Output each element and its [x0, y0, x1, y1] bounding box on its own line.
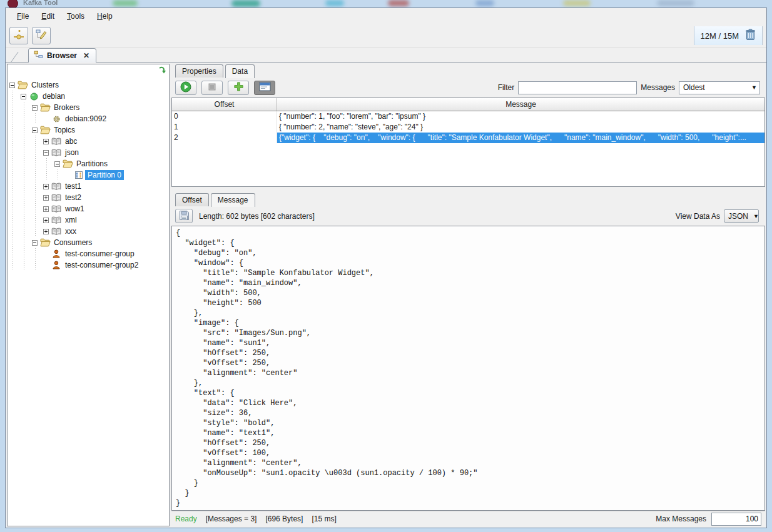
menu-tools[interactable]: Tools: [61, 9, 91, 23]
topic-icon: [50, 181, 63, 192]
panel-splitter[interactable]: [171, 187, 765, 193]
tree-item-test-consumer-group[interactable]: test-consumer-group: [8, 248, 169, 259]
collapse-node-icon[interactable]: [19, 91, 28, 102]
table-row-offset-2[interactable]: 2{"widget": { "debug": "on", "window": {…: [172, 133, 764, 143]
tree-guide-line: [19, 113, 30, 124]
tree-item-xxx[interactable]: xxx: [8, 226, 169, 237]
tree-guide-line: [41, 169, 53, 181]
toggle-detail-panel-button[interactable]: [254, 81, 275, 95]
tree-item-wow1[interactable]: wow1: [8, 203, 169, 214]
tree-guide-line: [30, 259, 41, 271]
menu-file[interactable]: File: [11, 9, 35, 23]
max-messages-group: Max Messages: [656, 513, 761, 526]
collapse-node-icon[interactable]: [53, 158, 61, 169]
close-tab-icon[interactable]: ✕: [83, 51, 89, 60]
folder-icon: [39, 124, 51, 136]
folder-icon: [39, 237, 51, 248]
tree-item-json[interactable]: json: [8, 147, 169, 158]
tree-guide-line: [19, 248, 30, 259]
menu-help[interactable]: Help: [91, 9, 119, 23]
tree-item-partitions[interactable]: Partitions: [8, 158, 169, 169]
max-messages-input[interactable]: [711, 513, 761, 526]
status-ready: Ready: [175, 514, 197, 523]
collapse-all-icon[interactable]: [158, 66, 166, 77]
tree-guide-line: [30, 158, 41, 169]
tab-offset[interactable]: Offset: [175, 193, 209, 206]
tree-guide-line: [8, 113, 19, 124]
tab-browser[interactable]: Browser ✕: [28, 48, 96, 63]
main-toolbar: 12M / 15M: [6, 24, 766, 48]
tree-guide-line: [8, 259, 19, 271]
expand-node-icon[interactable]: [41, 226, 50, 237]
tree-guide-line: [19, 124, 30, 136]
save-message-button[interactable]: [175, 209, 193, 223]
expand-node-icon[interactable]: [41, 181, 50, 192]
tree-item-consumers[interactable]: Consumers: [8, 237, 169, 248]
add-connection-button[interactable]: [9, 27, 28, 44]
tree-item-label: Topics: [51, 125, 78, 135]
edit-tree-button[interactable]: [32, 27, 51, 44]
tree-guide-line: [19, 226, 30, 237]
view-data-as-dropdown[interactable]: JSON ▼: [724, 209, 759, 223]
tree-guide-line: [30, 203, 41, 214]
tree-edit-icon: [35, 29, 48, 43]
garbage-collect-button[interactable]: [745, 29, 756, 43]
tree-item-test-consumer-group2[interactable]: test-consumer-group2: [8, 259, 169, 271]
collapse-node-icon[interactable]: [41, 147, 50, 158]
collapse-node-icon[interactable]: [30, 124, 39, 136]
tree-item-partition-0[interactable]: Partition 0: [8, 169, 169, 181]
collapse-node-icon[interactable]: [30, 237, 39, 248]
folder-icon: [16, 79, 29, 91]
expand-node-icon[interactable]: [41, 192, 50, 203]
stop-button[interactable]: [201, 81, 223, 95]
app-window: FileEditToolsHelp 12M / 15M Browser ✕: [5, 8, 767, 528]
status-message-count: [Messages = 3]: [206, 514, 257, 523]
tree-item-test1[interactable]: test1: [8, 181, 169, 192]
table-row-offset-1[interactable]: 1{ "number": 2, "name": "steve", "age": …: [172, 122, 764, 133]
cell-message: { "number": 2, "name": "steve", "age": "…: [277, 122, 764, 133]
tree-item-xml[interactable]: xml: [8, 214, 169, 226]
folder-icon: [61, 158, 74, 169]
collapse-node-icon[interactable]: [30, 102, 39, 113]
cell-offset: 0: [172, 111, 277, 122]
tree-guide-line: [8, 102, 19, 113]
play-icon: [180, 81, 191, 94]
tree-guide-line: [19, 136, 30, 147]
tree-item-debian[interactable]: debian: [8, 91, 169, 102]
tree-guide-line: [8, 237, 19, 248]
tree-item-label: Partitions: [74, 159, 110, 169]
table-row-offset-0[interactable]: 0{ "number": 1, "foo": "lorem", "bar": "…: [172, 111, 764, 122]
tree-item-abc[interactable]: abc: [8, 136, 169, 147]
column-header-offset[interactable]: Offset: [172, 98, 277, 111]
tree-panel-header: [8, 64, 169, 77]
column-header-message[interactable]: Message: [277, 98, 764, 111]
filter-input[interactable]: [518, 81, 637, 94]
tree-item-debian-9092[interactable]: debian:9092: [8, 113, 169, 124]
tree-item-label: xml: [63, 215, 79, 225]
tree-item-clusters[interactable]: Clusters: [8, 79, 169, 91]
tab-properties[interactable]: Properties: [175, 64, 223, 78]
tree-item-test2[interactable]: test2: [8, 192, 169, 203]
menu-edit[interactable]: Edit: [35, 9, 61, 23]
tab-data[interactable]: Data: [225, 64, 255, 78]
status-bar: Ready [Messages = 3] [696 Bytes] [15 ms]…: [171, 511, 765, 526]
tab-message[interactable]: Message: [211, 193, 255, 207]
collapse-node-icon[interactable]: [8, 79, 16, 91]
messages-order-dropdown[interactable]: Oldest ▼: [679, 81, 760, 94]
add-message-button[interactable]: [228, 81, 249, 95]
play-button[interactable]: [175, 81, 196, 95]
expand-node-icon[interactable]: [41, 136, 50, 147]
max-messages-label: Max Messages: [656, 514, 706, 523]
expand-node-icon[interactable]: [41, 214, 50, 226]
tree-item-topics[interactable]: Topics: [8, 124, 169, 136]
view-data-as-group: View Data As JSON ▼: [676, 209, 763, 223]
tree-item-label: Partition 0: [85, 170, 124, 180]
tree-item-label: abc: [63, 136, 79, 146]
browser-tab-label: Browser: [47, 51, 77, 60]
tree-guide-line: [19, 147, 30, 158]
tree-item-brokers[interactable]: Brokers: [8, 102, 169, 113]
message-content-viewer[interactable]: { "widget": { "debug": "on", "window": {…: [171, 226, 765, 511]
connection-plus-icon: [13, 29, 25, 43]
tree-item-label: test1: [63, 181, 84, 191]
expand-node-icon[interactable]: [41, 203, 50, 214]
